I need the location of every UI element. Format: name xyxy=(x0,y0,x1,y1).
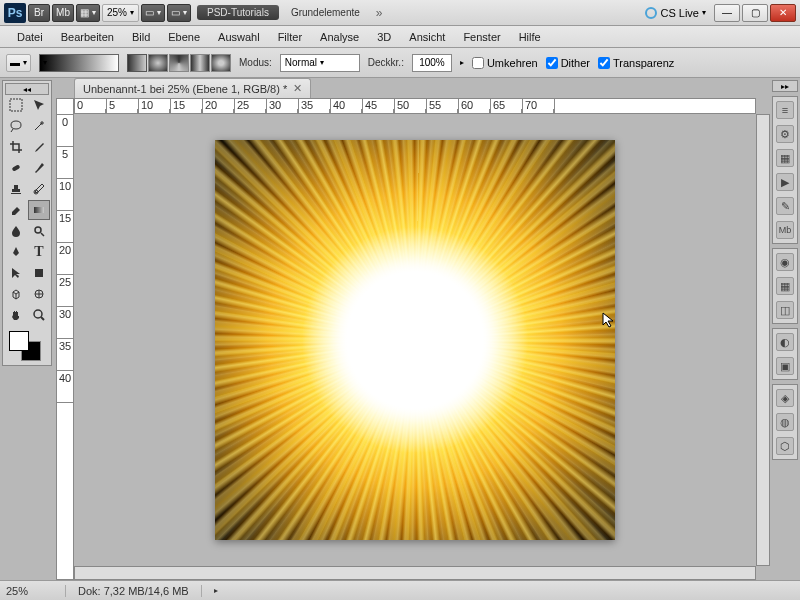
canvas-viewport[interactable] xyxy=(74,114,756,566)
brush-tool[interactable] xyxy=(28,158,50,178)
properties-panel-icon[interactable]: ▦ xyxy=(776,149,794,167)
menu-ebene[interactable]: Ebene xyxy=(159,28,209,46)
dither-checkbox[interactable]: Dither xyxy=(546,57,590,69)
color-panel-icon[interactable]: ◉ xyxy=(776,253,794,271)
dodge-tool[interactable] xyxy=(28,221,50,241)
ruler-tick: 35 xyxy=(57,339,73,371)
layers-panel-icon[interactable]: ◈ xyxy=(776,389,794,407)
svg-line-5 xyxy=(41,233,44,236)
document-area: Unbenannt-1 bei 25% (Ebene 1, RGB/8) * ✕… xyxy=(56,78,770,580)
menu-filter[interactable]: Filter xyxy=(269,28,311,46)
pen-tool[interactable] xyxy=(5,242,27,262)
gradient-picker[interactable] xyxy=(39,54,119,72)
menu-ansicht[interactable]: Ansicht xyxy=(400,28,454,46)
ruler-tick: 55 xyxy=(427,99,459,113)
status-doc-size[interactable]: Dok: 7,32 MB/14,6 MB xyxy=(78,585,202,597)
menu-datei[interactable]: Datei xyxy=(8,28,52,46)
menu-analyse[interactable]: Analyse xyxy=(311,28,368,46)
hand-tool[interactable] xyxy=(5,305,27,325)
type-tool[interactable]: T xyxy=(28,242,50,262)
move-tool[interactable] xyxy=(28,95,50,115)
ruler-tick: 65 xyxy=(491,99,523,113)
zoom-level-select[interactable]: 25% xyxy=(102,4,139,22)
document-tab[interactable]: Unbenannt-1 bei 25% (Ebene 1, RGB/8) * ✕ xyxy=(74,78,311,98)
menu-fenster[interactable]: Fenster xyxy=(454,28,509,46)
history-panel-icon[interactable]: ≡ xyxy=(776,101,794,119)
blend-mode-select[interactable]: Normal xyxy=(280,54,360,72)
lasso-tool[interactable] xyxy=(5,116,27,136)
toolbox-collapse-toggle[interactable]: ◂◂ xyxy=(5,83,49,95)
gradient-tool[interactable] xyxy=(28,200,50,220)
gradient-linear-button[interactable] xyxy=(127,54,147,72)
gradient-reflected-button[interactable] xyxy=(190,54,210,72)
tool-presets-panel-icon[interactable]: ✎ xyxy=(776,197,794,215)
shape-tool[interactable] xyxy=(28,263,50,283)
wand-tool[interactable] xyxy=(28,116,50,136)
view-extras-button[interactable]: ▦ xyxy=(76,4,100,22)
3d-camera-tool[interactable] xyxy=(28,284,50,304)
crop-tool[interactable] xyxy=(5,137,27,157)
ruler-tick: 10 xyxy=(57,179,73,211)
ruler-vertical[interactable]: 0 5 10 15 20 25 30 35 40 xyxy=(56,98,74,580)
title-bar: Ps Br Mb ▦ 25% ▭ ▭ PSD-Tutorials Grundel… xyxy=(0,0,800,26)
3d-object-tool[interactable] xyxy=(5,284,27,304)
foreground-color-swatch[interactable] xyxy=(9,331,29,351)
animation-panel-icon[interactable]: ▶ xyxy=(776,173,794,191)
screen-mode-button[interactable]: ▭ xyxy=(167,4,191,22)
menu-3d[interactable]: 3D xyxy=(368,28,400,46)
dock-collapse-toggle[interactable]: ▸▸ xyxy=(772,80,798,92)
channels-panel-icon[interactable]: ◍ xyxy=(776,413,794,431)
styles-panel-icon[interactable]: ◫ xyxy=(776,301,794,319)
workspace-primary[interactable]: PSD-Tutorials xyxy=(197,5,279,20)
heal-tool[interactable] xyxy=(5,158,27,178)
menu-hilfe[interactable]: Hilfe xyxy=(510,28,550,46)
gradient-angle-button[interactable] xyxy=(169,54,189,72)
minibridge-panel-icon[interactable]: Mb xyxy=(776,221,794,239)
status-flyout-icon[interactable]: ▸ xyxy=(214,586,218,595)
bridge-button[interactable]: Br xyxy=(28,4,50,22)
zoom-tool[interactable] xyxy=(28,305,50,325)
workspace-secondary[interactable]: Grundelemente xyxy=(281,5,370,20)
masks-panel-icon[interactable]: ▣ xyxy=(776,357,794,375)
scrollbar-horizontal[interactable] xyxy=(74,566,756,580)
ruler-tick: 20 xyxy=(203,99,235,113)
canvas[interactable] xyxy=(215,140,615,540)
gradient-diamond-button[interactable] xyxy=(211,54,231,72)
status-zoom[interactable]: 25% xyxy=(6,585,66,597)
close-tab-icon[interactable]: ✕ xyxy=(293,82,302,95)
marquee-tool[interactable] xyxy=(5,95,27,115)
eyedropper-tool[interactable] xyxy=(28,137,50,157)
opacity-flyout-icon[interactable]: ▸ xyxy=(460,58,464,67)
adjustments-panel-icon[interactable]: ◐ xyxy=(776,333,794,351)
ruler-tick: 35 xyxy=(299,99,331,113)
color-swatches[interactable] xyxy=(5,331,49,363)
menu-auswahl[interactable]: Auswahl xyxy=(209,28,269,46)
tool-preset-picker[interactable]: ▬ xyxy=(6,54,31,72)
scrollbar-vertical[interactable] xyxy=(756,114,770,566)
menu-bild[interactable]: Bild xyxy=(123,28,159,46)
actions-panel-icon[interactable]: ⚙ xyxy=(776,125,794,143)
transparency-checkbox[interactable]: Transparenz xyxy=(598,57,674,69)
arrange-docs-button[interactable]: ▭ xyxy=(141,4,165,22)
minimize-button[interactable]: — xyxy=(714,4,740,22)
menu-bearbeiten[interactable]: Bearbeiten xyxy=(52,28,123,46)
maximize-button[interactable]: ▢ xyxy=(742,4,768,22)
history-brush-tool[interactable] xyxy=(28,179,50,199)
reverse-checkbox[interactable]: Umkehren xyxy=(472,57,538,69)
cs-live-button[interactable]: CS Live ▾ xyxy=(645,7,706,19)
expand-workspaces-icon[interactable]: » xyxy=(376,6,383,20)
stamp-tool[interactable] xyxy=(5,179,27,199)
window-controls: — ▢ ✕ xyxy=(712,4,796,22)
dock-panel-2: ◉ ▦ ◫ xyxy=(772,248,798,324)
close-button[interactable]: ✕ xyxy=(770,4,796,22)
minibridge-button[interactable]: Mb xyxy=(52,4,74,22)
swatches-panel-icon[interactable]: ▦ xyxy=(776,277,794,295)
eraser-tool[interactable] xyxy=(5,200,27,220)
gradient-radial-button[interactable] xyxy=(148,54,168,72)
opacity-input[interactable] xyxy=(412,54,452,72)
paths-panel-icon[interactable]: ⬡ xyxy=(776,437,794,455)
path-select-tool[interactable] xyxy=(5,263,27,283)
workspace-area: ◂◂ T xyxy=(0,78,800,580)
ruler-horizontal[interactable]: 0 5 10 15 20 25 30 35 40 45 50 55 60 65 … xyxy=(74,98,756,114)
blur-tool[interactable] xyxy=(5,221,27,241)
